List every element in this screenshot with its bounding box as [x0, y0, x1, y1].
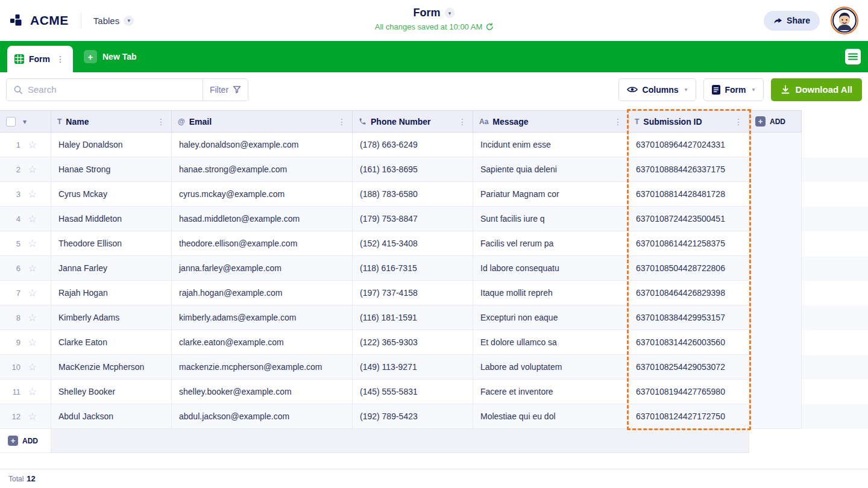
select-all-checkbox[interactable]: [6, 117, 16, 127]
cell-email[interactable]: mackenzie.mcpherson@example.com: [172, 355, 353, 380]
cell-message[interactable]: Itaque mollit repreh: [473, 281, 629, 305]
column-header-submission-id[interactable]: T Submission ID ⋮: [629, 110, 749, 133]
cell-email[interactable]: rajah.hogan@example.com: [172, 281, 353, 305]
column-header-message[interactable]: Aa Message ⋮: [473, 110, 629, 133]
avatar[interactable]: [831, 7, 858, 34]
cell-message[interactable]: Id labore consequatu: [473, 256, 629, 281]
column-menu-icon[interactable]: ⋮: [338, 117, 346, 127]
column-header-email[interactable]: @ Email ⋮: [172, 110, 353, 133]
cell-phone[interactable]: (145) 555-5831: [353, 380, 473, 404]
add-row-button[interactable]: + ADD: [8, 436, 38, 446]
column-menu-icon[interactable]: ⋮: [614, 117, 622, 127]
search-input[interactable]: [28, 79, 203, 101]
cell-submission-id[interactable]: 6370108964427024331: [629, 133, 749, 157]
tab-form[interactable]: Form ⋮: [7, 46, 73, 72]
cell-email[interactable]: janna.farley@example.com: [172, 256, 353, 281]
filter-button[interactable]: Filter: [203, 79, 248, 101]
cell-name[interactable]: Clarke Eaton: [51, 330, 172, 355]
column-header-phone[interactable]: Phone Number ⋮: [353, 110, 473, 133]
cell-submission-id[interactable]: 6370108814428481728: [629, 182, 749, 207]
cell-email[interactable]: kimberly.adams@example.com: [172, 305, 353, 330]
form-view-button[interactable]: Form ▾: [703, 78, 764, 101]
star-icon[interactable]: ☆: [28, 164, 37, 175]
cell-name[interactable]: Kimberly Adams: [51, 305, 172, 330]
cell-email[interactable]: hanae.strong@example.com: [172, 157, 353, 182]
columns-button[interactable]: Columns ▾: [618, 78, 696, 101]
cell-email[interactable]: hasad.middleton@example.com: [172, 207, 353, 231]
cell-message[interactable]: Et dolore ullamco sa: [473, 330, 629, 355]
cell-email[interactable]: clarke.eaton@example.com: [172, 330, 353, 355]
tables-dropdown[interactable]: Tables ▾: [93, 16, 134, 26]
cell-email[interactable]: haley.donaldson@example.com: [172, 133, 353, 157]
cell-name[interactable]: Shelley Booker: [51, 380, 172, 404]
tab-menu-icon[interactable]: ⋮: [55, 54, 66, 64]
cell-name[interactable]: Theodore Ellison: [51, 231, 172, 256]
cell-message[interactable]: Excepturi non eaque: [473, 305, 629, 330]
star-icon[interactable]: ☆: [28, 288, 37, 298]
cell-submission-id[interactable]: 6370108884426337175: [629, 157, 749, 182]
cell-submission-id[interactable]: 6370108194427765980: [629, 380, 749, 404]
star-icon[interactable]: ☆: [28, 313, 37, 323]
cell-name[interactable]: Abdul Jackson: [51, 404, 172, 429]
cell-name[interactable]: Hanae Strong: [51, 157, 172, 182]
cell-submission-id[interactable]: 6370108384429953157: [629, 305, 749, 330]
cell-submission-id[interactable]: 6370108124427172750: [629, 404, 749, 429]
star-icon[interactable]: ☆: [28, 140, 37, 150]
cell-phone[interactable]: (188) 783-6580: [353, 182, 473, 207]
column-header-name[interactable]: T Name ⋮: [51, 110, 172, 133]
star-icon[interactable]: ☆: [28, 337, 37, 348]
cell-name[interactable]: Haley Donaldson: [51, 133, 172, 157]
cell-name[interactable]: Hasad Middleton: [51, 207, 172, 231]
star-icon[interactable]: ☆: [28, 411, 37, 422]
add-column-button[interactable]: + ADD: [749, 110, 802, 133]
cell-message[interactable]: Labore ad voluptatem: [473, 355, 629, 380]
cell-message[interactable]: Incidunt enim esse: [473, 133, 629, 157]
column-menu-icon[interactable]: ⋮: [458, 117, 467, 127]
star-icon[interactable]: ☆: [28, 214, 37, 224]
column-menu-icon[interactable]: ⋮: [734, 117, 743, 127]
cell-submission-id[interactable]: 6370108254429053072: [629, 355, 749, 380]
cell-name[interactable]: Cyrus Mckay: [51, 182, 172, 207]
cell-phone[interactable]: (122) 365-9303: [353, 330, 473, 355]
cell-submission-id[interactable]: 6370108464426829398: [629, 281, 749, 305]
star-icon[interactable]: ☆: [28, 189, 37, 199]
cell-email[interactable]: shelley.booker@example.com: [172, 380, 353, 404]
cell-name[interactable]: Rajah Hogan: [51, 281, 172, 305]
cell-message[interactable]: Sapiente quia deleni: [473, 157, 629, 182]
cell-email[interactable]: theodore.ellison@example.com: [172, 231, 353, 256]
star-icon[interactable]: ☆: [28, 362, 37, 372]
cell-phone[interactable]: (192) 789-5423: [353, 404, 473, 429]
title-chevron-icon[interactable]: ▾: [444, 8, 454, 18]
cell-message[interactable]: Facilis vel rerum pa: [473, 231, 629, 256]
cell-message[interactable]: Molestiae qui eu dol: [473, 404, 629, 429]
star-icon[interactable]: ☆: [28, 263, 37, 274]
cell-phone[interactable]: (118) 616-7315: [353, 256, 473, 281]
cell-phone[interactable]: (161) 163-8695: [353, 157, 473, 182]
cell-submission-id[interactable]: 6370108314426003560: [629, 330, 749, 355]
cell-phone[interactable]: (197) 737-4158: [353, 281, 473, 305]
cell-name[interactable]: MacKenzie Mcpherson: [51, 355, 172, 380]
acme-logo[interactable]: ACME: [10, 13, 69, 28]
star-icon[interactable]: ☆: [28, 387, 37, 397]
cell-email[interactable]: abdul.jackson@example.com: [172, 404, 353, 429]
cell-phone[interactable]: (178) 663-6249: [353, 133, 473, 157]
download-all-button[interactable]: Download All: [771, 78, 862, 101]
cell-message[interactable]: Facere et inventore: [473, 380, 629, 404]
cell-phone[interactable]: (179) 753-8847: [353, 207, 473, 231]
new-tab-button[interactable]: + New Tab: [84, 41, 137, 72]
cell-email[interactable]: cyrus.mckay@example.com: [172, 182, 353, 207]
cell-message[interactable]: Pariatur Magnam cor: [473, 182, 629, 207]
cell-phone[interactable]: (116) 181-1591: [353, 305, 473, 330]
cell-submission-id[interactable]: 6370108614421258375: [629, 231, 749, 256]
share-button[interactable]: Share: [764, 11, 820, 31]
cell-submission-id[interactable]: 6370108724423500451: [629, 207, 749, 231]
row-options-chevron-icon[interactable]: ▾: [23, 117, 27, 126]
cell-submission-id[interactable]: 6370108504428722806: [629, 256, 749, 281]
cell-phone[interactable]: (152) 415-3408: [353, 231, 473, 256]
star-icon[interactable]: ☆: [28, 239, 37, 249]
tab-list-menu-button[interactable]: [845, 49, 861, 64]
cell-name[interactable]: Janna Farley: [51, 256, 172, 281]
column-menu-icon[interactable]: ⋮: [157, 117, 165, 127]
cell-phone[interactable]: (149) 113-9271: [353, 355, 473, 380]
cell-message[interactable]: Sunt facilis iure q: [473, 207, 629, 231]
